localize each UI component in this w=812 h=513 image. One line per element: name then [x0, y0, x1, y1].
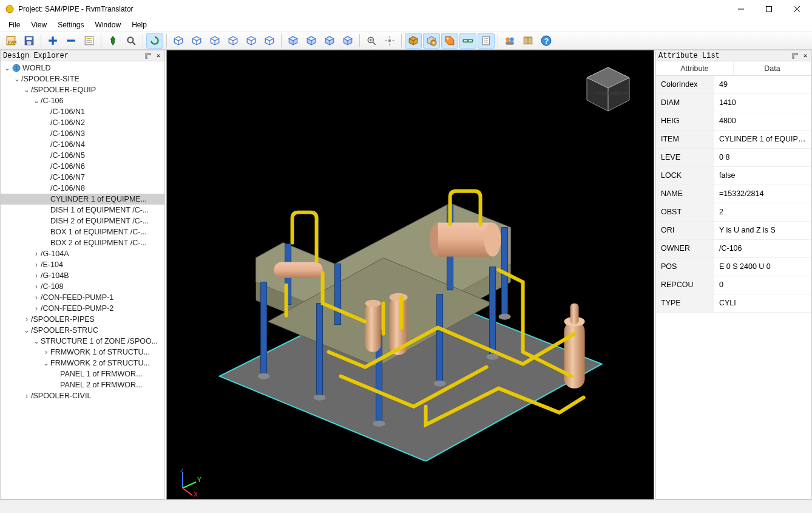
tree-item[interactable]: ⌄/SPOOLER-EQUIP — [1, 84, 164, 95]
tree-item[interactable]: PANEL 2 of FRMWOR... — [1, 379, 164, 390]
tree-item[interactable]: ⌄FRMWORK 2 of STRUCTU... — [1, 358, 164, 369]
tree-item[interactable]: /C-106/N3 — [1, 128, 164, 139]
tree-item[interactable]: /C-106/N5 — [1, 150, 164, 161]
tree-item[interactable]: ›/SPOOLER-PIPES — [1, 314, 164, 325]
attribute-row[interactable]: ITEMCYLINDER 1 of EQUIPME... — [656, 131, 811, 149]
chevron-down-icon[interactable]: ⌄ — [42, 359, 50, 367]
attribute-row[interactable]: TYPECYLI — [656, 294, 811, 313]
minimize-button[interactable] — [727, 0, 755, 18]
design-tree[interactable]: ⌄WORLD⌄/SPOOLER-SITE⌄/SPOOLER-EQUIP⌄/C-1… — [1, 61, 164, 499]
cube-shade-3-icon[interactable] — [321, 33, 338, 49]
tree-item[interactable]: ›FRMWORK 1 of STRUCTU... — [1, 347, 164, 358]
chevron-right-icon[interactable]: › — [22, 315, 31, 324]
tree-item[interactable]: /C-106/N6 — [1, 161, 164, 172]
cube-wire-4-icon[interactable] — [225, 33, 242, 49]
chevron-right-icon[interactable]: › — [32, 304, 41, 313]
cube-shade-1-icon[interactable] — [285, 33, 302, 49]
menu-help[interactable]: Help — [127, 19, 152, 30]
minus-icon[interactable] — [63, 33, 80, 49]
attribute-row[interactable]: HEIG4800 — [656, 112, 811, 131]
attribute-table[interactable]: Attribute Data ColorIndex49DIAM1410HEIG4… — [656, 61, 811, 499]
tree-item[interactable]: BOX 1 of EQUIPMENT /C-... — [1, 226, 164, 237]
view-cube[interactable]: FRONT RIGHT — [581, 63, 635, 117]
tree-item[interactable]: ›/G-104B — [1, 270, 164, 281]
save-icon[interactable] — [21, 33, 38, 49]
book-icon[interactable] — [519, 33, 536, 49]
link-icon[interactable] — [459, 33, 476, 49]
tree-item[interactable]: ›/C-108 — [1, 281, 164, 292]
attribute-row[interactable]: POSE 0 S 2400 U 0 — [656, 258, 811, 276]
chevron-right-icon[interactable]: › — [32, 293, 41, 302]
attribute-row[interactable]: NAME=15332/2814 — [656, 185, 811, 203]
panel-close-button[interactable]: ✕ — [154, 52, 163, 60]
page-icon[interactable] — [478, 33, 495, 49]
tree-item[interactable]: ⌄/C-106 — [1, 95, 164, 106]
tree-item[interactable]: /C-106/N8 — [1, 183, 164, 194]
attribute-row[interactable]: REPCOU0 — [656, 276, 811, 294]
rvm-icon[interactable]: RVM — [2, 33, 19, 49]
3d-viewport[interactable]: FRONT RIGHT Z Y X — [166, 50, 654, 500]
tree-item[interactable]: /C-106/N4 — [1, 139, 164, 150]
attribute-row[interactable]: LOCKfalse — [656, 167, 811, 185]
cube-shade-4-icon[interactable] — [339, 33, 356, 49]
col-data[interactable]: Data — [734, 61, 811, 75]
menu-file[interactable]: File — [4, 19, 25, 30]
tree-item[interactable]: ⌄WORLD — [1, 63, 164, 73]
attribute-row[interactable]: ORIY is U and Z is S — [656, 222, 811, 240]
attribute-row[interactable]: ColorIndex49 — [656, 76, 811, 94]
cube-wire-6-icon[interactable] — [261, 33, 278, 49]
cube-wire-3-icon[interactable] — [206, 33, 223, 49]
attribute-row[interactable]: OBST2 — [656, 203, 811, 222]
tree-item[interactable]: ⌄/SPOOLER-SITE — [1, 73, 164, 84]
attribute-row[interactable]: OWNER/C-106 — [656, 240, 811, 258]
tree-item[interactable]: ›/G-104A — [1, 248, 164, 259]
close-button[interactable] — [783, 0, 811, 18]
help-icon[interactable]: ? — [538, 33, 555, 49]
plus-icon[interactable] — [44, 33, 61, 49]
chevron-right-icon[interactable]: › — [32, 250, 41, 258]
search-icon[interactable] — [123, 33, 140, 49]
zoom-fit-icon[interactable] — [363, 33, 380, 49]
col-attribute[interactable]: Attribute — [656, 61, 734, 75]
refresh-icon[interactable] — [146, 33, 163, 49]
chevron-right-icon[interactable]: › — [42, 348, 50, 356]
tree-item[interactable]: ›/CON-FEED-PUMP-1 — [1, 292, 164, 303]
chevron-down-icon[interactable]: ⌄ — [3, 64, 12, 72]
chevron-right-icon[interactable]: › — [32, 260, 41, 269]
attribute-row[interactable]: LEVE0 8 — [656, 149, 811, 167]
box-solid-icon[interactable] — [405, 33, 422, 49]
tree-item[interactable]: BOX 2 of EQUIPMENT /C-... — [1, 237, 164, 248]
chevron-down-icon[interactable]: ⌄ — [32, 97, 41, 105]
menu-settings[interactable]: Settings — [53, 19, 89, 30]
tree-item[interactable]: ›/CON-FEED-PUMP-2 — [1, 303, 164, 314]
tree-item[interactable]: ›/SPOOLER-CIVIL — [1, 390, 164, 401]
cube-shade-2-icon[interactable] — [303, 33, 320, 49]
chevron-down-icon[interactable]: ⌄ — [22, 86, 31, 94]
users-icon[interactable] — [501, 33, 518, 49]
attribute-row[interactable]: DIAM1410 — [656, 94, 811, 112]
maximize-button[interactable] — [755, 0, 783, 18]
cube-wire-2-icon[interactable] — [188, 33, 205, 49]
tree-item[interactable]: /C-106/N7 — [1, 172, 164, 183]
cube-wire-5-icon[interactable] — [243, 33, 260, 49]
menu-view[interactable]: View — [26, 19, 52, 30]
tree-item[interactable]: /C-106/N1 — [1, 106, 164, 117]
zoom-center-icon[interactable] — [381, 33, 398, 49]
chevron-right-icon[interactable]: › — [32, 282, 41, 291]
tree-item[interactable]: ⌄STRUCTURE 1 of ZONE /SPOO... — [1, 336, 164, 347]
properties-icon[interactable] — [81, 33, 98, 49]
tree-item[interactable]: DISH 1 of EQUIPMENT /C-... — [1, 205, 164, 216]
panel-close-button[interactable]: ✕ — [800, 52, 810, 60]
tree-item[interactable]: PANEL 1 of FRMWOR... — [1, 369, 164, 379]
panel-float-button[interactable] — [790, 52, 800, 60]
gear-box-icon[interactable] — [423, 33, 440, 49]
cube-wire-1-icon[interactable] — [170, 33, 187, 49]
chevron-right-icon[interactable]: › — [32, 271, 41, 280]
panel-float-button[interactable] — [143, 52, 153, 60]
tree-item[interactable]: ›/E-104 — [1, 259, 164, 270]
chevron-down-icon[interactable]: ⌄ — [32, 337, 41, 345]
tree-item[interactable]: CYLINDER 1 of EQUIPME... — [1, 194, 164, 205]
tree-item[interactable]: DISH 2 of EQUIPMENT /C-... — [1, 216, 164, 226]
chevron-down-icon[interactable]: ⌄ — [22, 326, 31, 335]
tree-item[interactable]: ⌄/SPOOLER-STRUC — [1, 325, 164, 336]
